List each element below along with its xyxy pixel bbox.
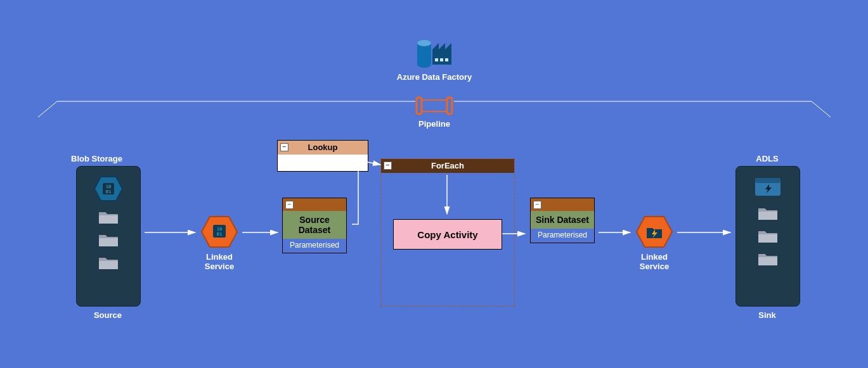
source-dataset-box: − Source Dataset Parameterised [282,198,347,253]
sink-dataset-param: Parameterised [531,229,594,243]
source-footer: Source [76,310,139,320]
svg-text:10: 10 [217,227,222,232]
svg-rect-1 [417,43,431,65]
source-dataset-param: Parameterised [283,239,346,253]
sink-linked-service-icon [635,215,673,248]
folder-icon [757,227,779,244]
lookup-box: − Lookup [277,140,368,172]
svg-marker-7 [445,43,451,49]
svg-text:01: 01 [106,189,111,194]
pipeline-icon [415,96,454,117]
diagram-canvas: Azure Data Factory Pipeline Blob Storage… [0,0,868,368]
minus-icon: − [285,201,294,209]
svg-rect-4 [432,49,451,65]
pipeline-label: Pipeline [406,119,463,129]
svg-text:10: 10 [106,184,111,189]
svg-rect-8 [435,58,438,61]
sink-storage-box [735,166,800,307]
sink-dataset-title: Sink Dataset [531,211,594,229]
svg-line-29 [368,162,380,165]
adls-icon [754,175,782,198]
svg-rect-12 [417,98,422,114]
folder-icon [98,254,119,270]
source-linked-service-icon: 10 01 [200,215,238,248]
copy-activity-label: Copy Activity [417,229,477,240]
minus-icon: − [533,201,541,209]
folder-icon [98,231,119,248]
sink-linked-service-label: Linked Service [632,252,677,271]
svg-marker-6 [439,43,445,49]
svg-rect-13 [447,98,452,114]
svg-rect-9 [440,58,443,61]
folder-icon [757,250,779,267]
sink-title: ADLS [735,154,799,163]
sink-dataset-box: − Sink Dataset Parameterised [530,198,595,243]
azure-data-factory-icon [412,35,457,70]
foreach-label: ForEach [431,161,464,170]
svg-marker-5 [432,43,439,49]
svg-rect-10 [445,58,448,61]
svg-point-3 [417,40,431,46]
lookup-label: Lookup [308,143,338,152]
svg-rect-25 [755,178,781,183]
blob-storage-icon: 10 01 [93,175,124,202]
minus-icon: − [384,162,392,170]
source-linked-service-label: Linked Service [197,252,242,271]
folder-icon [98,208,119,225]
minus-icon: − [280,143,288,151]
svg-rect-11 [422,100,447,111]
source-storage-box: 10 01 [76,166,141,307]
adf-label: Azure Data Factory [387,72,482,82]
copy-activity-box: Copy Activity [393,219,502,250]
svg-text:01: 01 [217,232,222,237]
folder-icon [757,205,779,221]
source-dataset-title: Source Dataset [283,211,346,239]
svg-point-2 [417,61,431,68]
sink-footer: Sink [735,310,799,320]
source-title: Blob Storage [71,154,147,163]
